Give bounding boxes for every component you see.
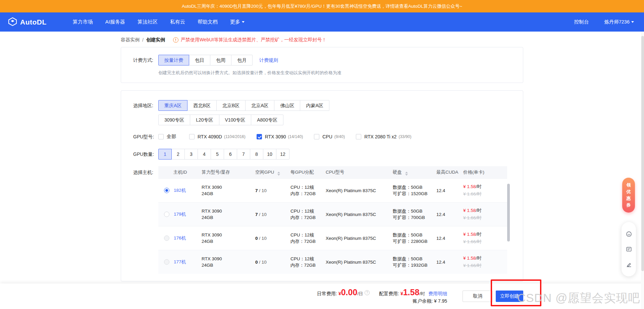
message-feedback-icon[interactable]: [626, 246, 632, 253]
brand[interactable]: AutoDL: [8, 17, 47, 27]
host-radio-disabled[interactable]: [164, 259, 169, 265]
host-radio-selected[interactable]: [164, 188, 169, 193]
gpu-type-2080ti[interactable]: RTX 2080 Ti x2 (33/90): [356, 134, 411, 139]
cpu-model: Xeon(R) Platinum 8375C: [326, 188, 393, 193]
billing-option-payg[interactable]: 按量计费: [158, 55, 189, 65]
sort-icon[interactable]: [277, 172, 280, 176]
col-disk[interactable]: 硬盘: [393, 169, 436, 176]
page-scrollbar[interactable]: [641, 32, 644, 309]
host-model: RTX 3090: [202, 208, 255, 214]
page-scrollbar-thumb[interactable]: [641, 36, 644, 271]
gpu-count-label: GPU数量:: [121, 149, 158, 160]
gpu-count-3[interactable]: 3: [184, 149, 198, 160]
gpu-type-3090-label: RTX 3090: [265, 134, 286, 139]
nav-item-market[interactable]: 算力市场: [73, 19, 93, 25]
gpu-count-7[interactable]: 7: [237, 149, 250, 160]
nav-item-docs[interactable]: 帮助文档: [198, 19, 218, 25]
config-fee-unit: /时: [419, 291, 425, 297]
gpu-type-cpu-count: (9/40): [334, 134, 345, 139]
gpu-type-4090d-count: (1104/2016): [224, 134, 246, 139]
region-xibei-b[interactable]: 西北B区: [187, 100, 216, 111]
checkbox-icon[interactable]: [158, 134, 164, 139]
region-beijing-b[interactable]: 北京B区: [216, 100, 246, 111]
nav-item-private-cloud[interactable]: 私有云: [170, 19, 185, 25]
nav-menu: 算力市场 AI服务器 算法社区 私有云 帮助文档 更多: [73, 19, 245, 25]
coupon-badge[interactable]: 领优惠券: [622, 178, 635, 213]
console-link[interactable]: 控制台: [574, 19, 589, 25]
warning-text: 严禁使用WebUI等算法生成违禁图片、严禁挖矿，一经发现立即封号！: [181, 37, 327, 43]
host-row-176[interactable]: 176机 RTX 3090 24GB 0 / 10 CPU：12核 内存：72G…: [158, 226, 507, 250]
region-neimeng-a[interactable]: 内蒙A区: [300, 100, 329, 111]
gpu-type-all-label: 全部: [167, 134, 176, 140]
customer-service-icon[interactable]: [626, 231, 632, 237]
checkbox-checked-icon[interactable]: [257, 134, 262, 139]
nav-item-community[interactable]: 算法社区: [138, 19, 158, 25]
gpu-count-10[interactable]: 10: [263, 149, 276, 160]
cpu-model: Xeon(R) Platinum 8375C: [326, 260, 393, 265]
host-id-link[interactable]: 177机: [174, 259, 186, 265]
free-gpu: 7: [255, 212, 258, 217]
host-radio-disabled[interactable]: [164, 235, 169, 241]
gpu-count-4[interactable]: 4: [198, 149, 211, 160]
checkbox-icon[interactable]: [314, 134, 319, 139]
region-foshan[interactable]: 佛山区: [274, 100, 300, 111]
disk-data: 数据盘：50GB: [393, 256, 436, 262]
gpu-count-8[interactable]: 8: [250, 149, 263, 160]
host-row-177[interactable]: 177机 RTX 3090 24GB 0 / 10 CPU：12核 内存：72G…: [158, 250, 507, 274]
col-cpu-model: CPU型号: [326, 169, 393, 175]
total-gpu: / 10: [259, 236, 267, 241]
user-menu[interactable]: 炼丹师7236: [604, 19, 634, 25]
region-l20-zone[interactable]: L20专区: [190, 115, 219, 125]
gpu-count-2[interactable]: 2: [171, 149, 185, 160]
fee-detail-link[interactable]: 费用明细: [428, 291, 447, 297]
breadcrumb-parent[interactable]: 容器实例: [121, 37, 140, 43]
nav-item-ai-server[interactable]: AI服务器: [105, 19, 125, 25]
cancel-button[interactable]: 取消: [463, 291, 493, 302]
help-icon[interactable]: ?: [365, 290, 370, 295]
disk-expand: 可扩容：700GB: [393, 214, 436, 221]
checkbox-icon[interactable]: [189, 134, 195, 139]
nav-item-more[interactable]: 更多: [230, 19, 245, 25]
gpu-type-3090[interactable]: RTX 3090 (14/140): [257, 134, 303, 139]
billing-rules-link[interactable]: 计费规则: [259, 55, 278, 65]
nav-right: 控制台 炼丹师7236: [574, 19, 634, 25]
gpu-count-1[interactable]: 1: [158, 149, 172, 160]
host-model: RTX 3090: [202, 232, 255, 238]
promo-banner-text: AutoDL三周年庆：4090D包月直降200元，包年每月低至¥780/月/GP…: [182, 3, 462, 9]
host-row-179[interactable]: 179机 RTX 3090 24GB 7 / 10 CPU：12核 内存：72G…: [158, 202, 507, 226]
host-radio[interactable]: [164, 212, 169, 217]
billing-option-weekly[interactable]: 包周: [210, 55, 231, 65]
host-id-link[interactable]: 179机: [174, 211, 186, 217]
gpu-count-5[interactable]: 5: [211, 149, 224, 160]
gpu-count-12[interactable]: 12: [276, 149, 289, 160]
host-row-182[interactable]: 182机 RTX 3090 24GB 7 / 10 CPU：12核 内存：72G…: [158, 178, 507, 202]
checkbox-icon[interactable]: [356, 134, 361, 139]
region-v100-zone[interactable]: V100专区: [219, 115, 252, 125]
gpu-count-6[interactable]: 6: [224, 149, 237, 160]
gpu-type-cpu[interactable]: CPU (9/40): [314, 134, 345, 139]
cpu-model: Xeon(R) Platinum 8375C: [326, 212, 393, 217]
price-current: ¥ 1.58: [463, 232, 476, 237]
price-unit: /时: [476, 184, 482, 189]
free-gpu: 7: [255, 188, 258, 193]
survey-edit-icon[interactable]: [626, 261, 632, 268]
billing-option-daily[interactable]: 包日: [189, 55, 210, 65]
cpu-model: Xeon(R) Platinum 8375C: [326, 236, 393, 241]
host-id-link[interactable]: 182机: [174, 187, 186, 193]
col-free-gpu[interactable]: 空闲GPU: [255, 169, 290, 176]
host-model: RTX 3090: [202, 256, 255, 262]
sort-icon[interactable]: [405, 172, 408, 176]
billing-option-monthly[interactable]: 包月: [231, 55, 253, 65]
alloc-cpu: CPU：12核: [290, 208, 326, 214]
price-unit: /时: [476, 208, 482, 213]
region-chongqing-a[interactable]: 重庆A区: [158, 100, 187, 111]
alloc-cpu: CPU：12核: [290, 232, 326, 238]
table-scrollbar-thumb[interactable]: [507, 184, 510, 241]
gpu-type-all[interactable]: 全部: [158, 134, 178, 140]
region-3090-zone[interactable]: 3090专区: [158, 115, 190, 125]
region-a800-zone[interactable]: A800专区: [251, 115, 283, 125]
region-beijing-a[interactable]: 北京A区: [245, 100, 274, 111]
gpu-type-4090d[interactable]: RTX 4090D (1104/2016): [189, 134, 246, 139]
balance-value: ¥ 7.95: [434, 298, 447, 304]
host-id-link[interactable]: 176机: [174, 235, 186, 241]
